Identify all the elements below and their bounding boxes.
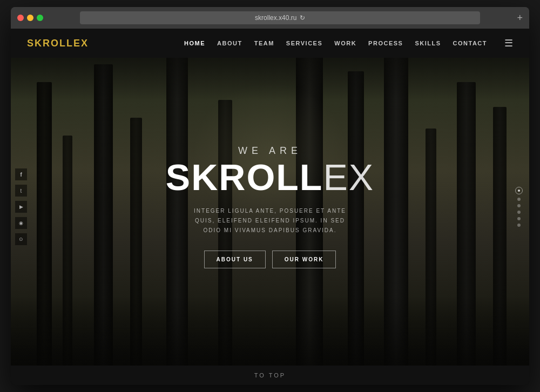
tree-1 — [37, 82, 52, 385]
hero-desc-line2: QUIS, ELEIFEND ELEIFEND IPSUM. IN SED — [195, 218, 345, 224]
maximize-button[interactable] — [37, 15, 43, 21]
dots-navigation — [515, 187, 523, 227]
nav-work[interactable]: WORK — [334, 40, 356, 46]
nav-links: HOME ABOUT TEAM SERVICES WORK PROCESS SK… — [184, 37, 513, 49]
dot-nav-6[interactable] — [517, 224, 521, 227]
hero-buttons: ABOUT US OUR WORK — [135, 251, 405, 268]
hero-desc-line1: INTEGER LIGULA ANTE, POSUERE ET ANTE — [194, 208, 346, 214]
website-container: SKROLLEX HOME ABOUT TEAM SERVICES WORK P… — [11, 29, 529, 385]
dot-nav-4[interactable] — [517, 211, 521, 214]
site-logo: SKROLLEX — [27, 38, 89, 49]
hero-desc-line3: ODIO MI VIVAMUS DAPIBUS GRAVIDA. — [204, 227, 337, 233]
minimize-button[interactable] — [27, 15, 33, 21]
hamburger-menu-icon[interactable]: ☰ — [504, 37, 513, 49]
browser-window: skrollex.x40.ru ↻ + SKROLLEX HOME ABOUT … — [11, 7, 529, 385]
hero-title-thin: EX — [323, 157, 374, 198]
close-button[interactable] — [17, 15, 24, 21]
traffic-lights — [17, 15, 43, 21]
nav-home[interactable]: HOME — [184, 40, 205, 46]
nav-process[interactable]: PROCESS — [368, 40, 403, 46]
logo-text: SKROLLEX — [27, 38, 89, 49]
camera-icon[interactable]: ⊙ — [15, 233, 27, 245]
site-navigation: SKROLLEX HOME ABOUT TEAM SERVICES WORK P… — [11, 29, 529, 58]
dot-nav-2[interactable] — [517, 198, 521, 201]
instagram-icon[interactable]: ◉ — [15, 217, 27, 229]
nav-services[interactable]: SERVICES — [286, 40, 322, 46]
hero-title: SKROLLEX — [135, 159, 405, 195]
refresh-icon[interactable]: ↻ — [300, 14, 305, 22]
nav-team[interactable]: TEAM — [254, 40, 274, 46]
hero-section: f t ▶ ◉ ⊙ WE ARE SKROLL — [11, 29, 529, 385]
dot-nav-5[interactable] — [517, 217, 521, 220]
tree-12 — [493, 107, 507, 385]
nav-skills[interactable]: SKILLS — [415, 40, 441, 46]
dot-nav-1[interactable] — [515, 187, 523, 194]
youtube-icon[interactable]: ▶ — [15, 201, 27, 213]
address-bar[interactable]: skrollex.x40.ru ↻ — [80, 11, 480, 24]
tree-3 — [94, 64, 113, 385]
twitter-icon[interactable]: t — [15, 185, 27, 197]
nav-about[interactable]: ABOUT — [217, 40, 242, 46]
hero-subtitle: WE ARE — [135, 145, 405, 157]
browser-chrome: skrollex.x40.ru ↻ + — [11, 7, 529, 29]
facebook-icon[interactable]: f — [15, 168, 27, 180]
our-work-button[interactable]: OUR WORK — [272, 251, 336, 268]
footer-bar: TO TOP — [11, 366, 529, 385]
hero-title-bold: SKROLL — [166, 157, 323, 198]
to-top-label[interactable]: TO TOP — [254, 372, 286, 379]
about-us-button[interactable]: ABOUT US — [204, 251, 266, 268]
hero-content: WE ARE SKROLLEX INTEGER LIGULA ANTE, POS… — [135, 145, 405, 268]
tree-10 — [426, 129, 436, 385]
nav-contact[interactable]: CONTACT — [453, 40, 487, 46]
dot-active[interactable] — [518, 190, 520, 192]
tree-11 — [457, 82, 476, 385]
new-tab-button[interactable]: + — [517, 12, 523, 24]
tree-2 — [63, 136, 72, 385]
address-text: skrollex.x40.ru — [255, 14, 296, 22]
dot-nav-3[interactable] — [517, 204, 521, 207]
social-sidebar: f t ▶ ◉ ⊙ — [15, 168, 27, 245]
hero-description: INTEGER LIGULA ANTE, POSUERE ET ANTE QUI… — [135, 206, 405, 235]
